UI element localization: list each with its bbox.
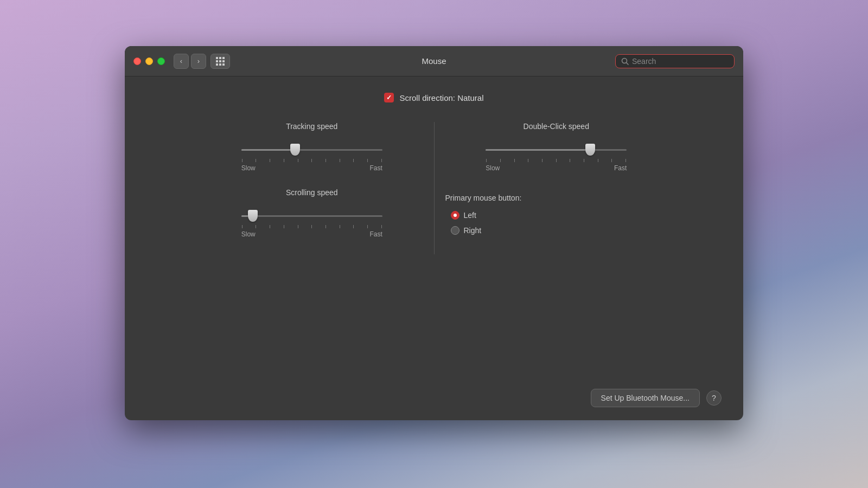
nav-buttons: ‹ › (174, 54, 230, 69)
forward-icon: › (197, 57, 200, 65)
scrolling-speed-slider-wrap (241, 208, 382, 224)
maximize-button[interactable] (157, 57, 165, 65)
radio-right-indicator (451, 226, 459, 235)
checkmark-icon: ✓ (386, 94, 392, 101)
right-col-inner: Double-Click speed (445, 122, 668, 235)
scrolling-slow-label: Slow (241, 230, 256, 238)
double-click-speed-thumb[interactable] (585, 144, 595, 156)
double-click-speed-track (486, 149, 627, 151)
titlebar: ‹ › Mouse (125, 46, 743, 76)
grid-icon (216, 57, 225, 66)
radio-left-indicator (451, 211, 459, 220)
system-preferences-window: ‹ › Mouse (125, 46, 743, 420)
scroll-direction-row: ✓ Scroll direction: Natural (384, 93, 483, 102)
primary-button-section: Primary mouse button: Left Right (445, 194, 668, 235)
help-button[interactable]: ? (706, 390, 722, 406)
tracking-speed-slider-wrap (241, 142, 382, 158)
forward-button[interactable]: › (191, 54, 206, 69)
double-click-speed-labels: Slow Fast (486, 164, 627, 172)
radio-right[interactable]: Right (451, 226, 668, 235)
minimize-button[interactable] (145, 57, 153, 65)
scrolling-fast-label: Fast (369, 230, 382, 238)
double-click-speed-ticks (486, 159, 627, 162)
double-click-speed-container: Double-Click speed (445, 122, 668, 172)
radio-group: Left Right (451, 211, 668, 235)
double-click-speed-title: Double-Click speed (524, 122, 589, 131)
double-click-speed-fill (486, 149, 590, 151)
tracking-speed-ticks (241, 159, 382, 162)
tracking-speed-title: Tracking speed (286, 122, 337, 131)
radio-left-dot (454, 214, 457, 217)
bluetooth-button[interactable]: Set Up Bluetooth Mouse... (591, 389, 700, 407)
scroll-direction-label: Scroll direction: Natural (399, 93, 483, 102)
bottom-bar: Set Up Bluetooth Mouse... ? (125, 380, 743, 420)
scrolling-speed-thumb[interactable] (248, 210, 258, 222)
dclick-fast-label: Fast (614, 164, 627, 172)
svg-line-1 (627, 62, 629, 65)
tracking-speed-fill (241, 149, 295, 151)
search-input[interactable] (632, 57, 729, 66)
scrolling-speed-track (241, 215, 382, 217)
tracking-speed-track (241, 149, 382, 151)
radio-left-label: Left (464, 211, 476, 220)
scrolling-speed-container: Scrolling speed Slow Fast (201, 188, 423, 238)
search-box[interactable] (615, 54, 735, 68)
tracking-slow-label: Slow (241, 164, 256, 172)
tracking-speed-thumb[interactable] (290, 144, 300, 156)
scroll-direction-checkbox[interactable]: ✓ (384, 93, 394, 102)
primary-button-title: Primary mouse button: (445, 194, 668, 202)
scrolling-speed-title: Scrolling speed (286, 188, 338, 197)
scrolling-speed-ticks (241, 225, 382, 228)
radio-left[interactable]: Left (451, 211, 668, 220)
radio-right-label: Right (464, 226, 482, 235)
tracking-speed-container: Tracking speed Slow Fast (201, 122, 423, 172)
tracking-fast-label: Fast (369, 164, 382, 172)
window-title: Mouse (422, 56, 446, 66)
dclick-slow-label: Slow (486, 164, 500, 172)
traffic-lights (133, 57, 165, 65)
scrolling-speed-labels: Slow Fast (241, 230, 382, 238)
close-button[interactable] (133, 57, 141, 65)
tracking-speed-labels: Slow Fast (241, 164, 382, 172)
back-icon: ‹ (180, 57, 182, 65)
settings-columns: Tracking speed Slow Fast (190, 122, 678, 254)
double-click-speed-slider-wrap (486, 142, 627, 158)
grid-button[interactable] (210, 54, 230, 69)
back-button[interactable]: ‹ (174, 54, 189, 69)
search-icon (621, 57, 629, 65)
content-area: ✓ Scroll direction: Natural Tracking spe… (125, 76, 743, 380)
left-column: Tracking speed Slow Fast (190, 122, 435, 254)
right-column: Double-Click speed (435, 122, 679, 254)
